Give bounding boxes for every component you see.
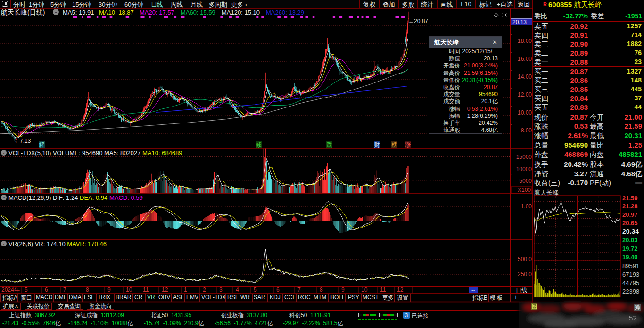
svg-text:67193: 67193 — [622, 271, 639, 278]
svg-text:6: 6 — [45, 287, 48, 293]
svg-text:6: 6 — [276, 287, 280, 293]
svg-text:--: -- — [471, 287, 475, 293]
svg-text:X100: X100 — [518, 187, 531, 193]
svg-text:20.97: 20.97 — [622, 211, 638, 218]
svg-text:5000: 5000 — [519, 178, 532, 184]
svg-text:11: 11 — [143, 287, 149, 293]
svg-text:5: 5 — [254, 287, 257, 293]
svg-text:19.72: 19.72 — [622, 245, 638, 252]
svg-text:18.00: 18.00 — [518, 38, 532, 44]
svg-text:10: 10 — [126, 287, 132, 293]
svg-text:5: 5 — [25, 287, 28, 293]
svg-text:500.0: 500.0 — [518, 256, 532, 262]
svg-text:9: 9 — [341, 287, 345, 293]
svg-text:20.03: 20.03 — [622, 237, 638, 244]
svg-text:1: 1 — [184, 287, 187, 293]
svg-text:7: 7 — [297, 287, 301, 293]
svg-text:8: 8 — [320, 287, 323, 293]
svg-text:10.00: 10.00 — [518, 109, 532, 116]
svg-text:7: 7 — [63, 287, 66, 293]
svg-text:44795: 44795 — [622, 279, 639, 287]
svg-text:20.65: 20.65 — [622, 220, 638, 227]
svg-text:89591: 89591 — [622, 262, 639, 270]
svg-text:3: 3 — [219, 287, 223, 293]
svg-text:2024年: 2024年 — [1, 287, 20, 293]
svg-text:21.28: 21.28 — [622, 203, 638, 210]
svg-text:8.00: 8.00 — [521, 127, 532, 134]
svg-text:12: 12 — [397, 287, 404, 293]
svg-text:12: 12 — [162, 287, 168, 293]
svg-text:12.00: 12.00 — [518, 91, 532, 98]
svg-text:21.59: 21.59 — [622, 195, 638, 202]
svg-text:10000: 10000 — [516, 166, 532, 172]
svg-text:20.34: 20.34 — [622, 228, 639, 235]
svg-text:9: 9 — [107, 287, 111, 293]
svg-text:8: 8 — [86, 287, 89, 293]
svg-text:16.00: 16.00 — [518, 56, 532, 62]
svg-text:250.0: 250.0 — [518, 271, 532, 278]
svg-text:10: 10 — [361, 287, 368, 293]
svg-text:11: 11 — [380, 287, 386, 293]
svg-text:14.00: 14.00 — [518, 74, 532, 80]
svg-text:4: 4 — [236, 287, 239, 293]
svg-text:2: 2 — [203, 287, 206, 293]
svg-text:1.00: 1.00 — [521, 203, 532, 210]
svg-text:22398: 22398 — [622, 288, 639, 295]
svg-text:19.40: 19.40 — [622, 254, 638, 261]
svg-text:15000: 15000 — [516, 154, 532, 160]
